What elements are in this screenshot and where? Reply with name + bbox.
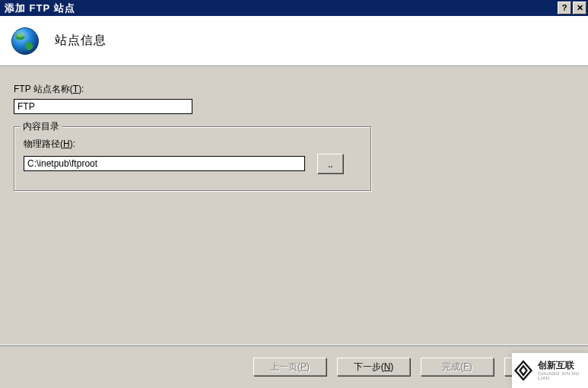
previous-button[interactable]: 上一页(P): [253, 358, 326, 376]
titlebar: 添加 FTP 站点 ? ✕: [0, 0, 588, 16]
group-title: 内容目录: [21, 120, 62, 133]
svg-point-0: [12, 27, 39, 54]
header-panel: 站点信息: [0, 16, 588, 66]
finish-button[interactable]: 完成(F): [421, 358, 494, 376]
svg-point-1: [17, 33, 25, 37]
close-button[interactable]: ✕: [573, 2, 586, 14]
site-name-input[interactable]: [14, 99, 192, 114]
help-icon: ?: [562, 4, 567, 12]
watermark-brand: 创新互联: [538, 361, 588, 371]
path-row: ..: [24, 154, 361, 173]
page-title: 站点信息: [55, 33, 106, 49]
globe-icon: [9, 25, 41, 57]
window-title: 添加 FTP 站点: [5, 2, 558, 15]
physical-path-label: 物理路径(H):: [24, 138, 361, 151]
browse-button[interactable]: ..: [317, 154, 343, 173]
watermark-logo-icon: [512, 359, 535, 382]
watermark-subtext: CHUANG XIN HU LIAN: [538, 371, 588, 380]
titlebar-buttons: ? ✕: [558, 2, 586, 14]
footer: 上一页(P) 下一步(N) 完成(F) 取消: [0, 345, 588, 388]
content-area: FTP 站点名称(T): 内容目录 物理路径(H): ..: [0, 66, 588, 345]
content-directory-group: 内容目录 物理路径(H): ..: [14, 126, 371, 191]
ellipsis-icon: ..: [328, 157, 332, 170]
next-button[interactable]: 下一步(N): [337, 358, 410, 376]
help-button[interactable]: ?: [558, 2, 571, 14]
watermark-badge: 创新互联 CHUANG XIN HU LIAN: [512, 353, 588, 388]
physical-path-input[interactable]: [24, 156, 305, 171]
site-name-label: FTP 站点名称(T):: [14, 83, 574, 96]
close-icon: ✕: [577, 4, 583, 12]
